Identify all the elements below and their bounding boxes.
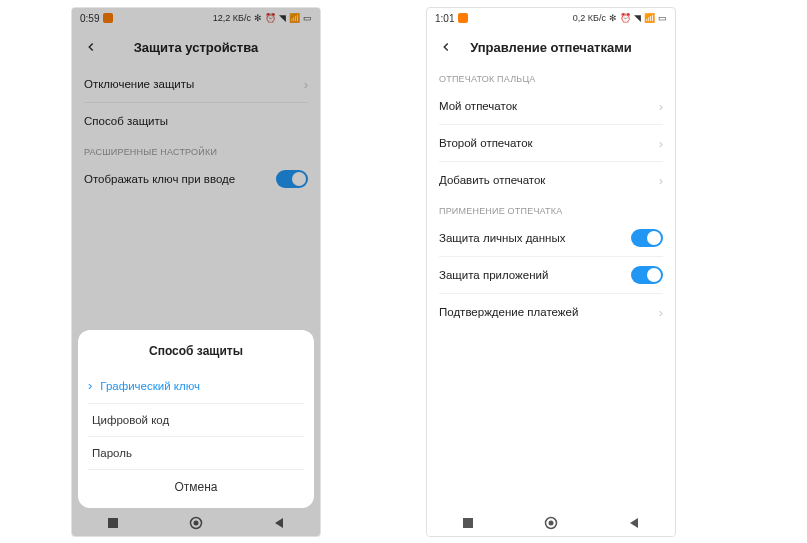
svg-marker-7 (630, 518, 638, 528)
nav-back[interactable] (271, 515, 287, 531)
svg-rect-0 (108, 518, 118, 528)
bluetooth-icon: ✻ (254, 13, 262, 23)
phone-right: 1:01 0,2 КБ/с ✻ ⏰ ◥ 📶 ▭ Управление отпеч… (426, 7, 676, 537)
battery-icon: ▭ (658, 13, 667, 23)
svg-point-2 (193, 521, 198, 526)
nav-home[interactable] (188, 515, 204, 531)
bluetooth-icon: ✻ (609, 13, 617, 23)
row-fp-1[interactable]: Мой отпечаток › (427, 88, 675, 124)
header: Защита устройства (72, 28, 320, 66)
chevron-right-icon: › (659, 173, 663, 188)
row-label: Добавить отпечаток (439, 174, 545, 186)
row-label: Отображать ключ при вводе (84, 173, 235, 185)
option-label: Графический ключ (100, 380, 200, 392)
toggle-apps[interactable] (631, 266, 663, 284)
wifi-icon: ◥ (279, 13, 286, 23)
page-title: Управление отпечатками (455, 40, 647, 55)
status-time: 0:59 (80, 13, 99, 24)
chevron-right-icon: › (659, 305, 663, 320)
section-advanced: РАСШИРЕННЫЕ НАСТРОЙКИ (72, 139, 320, 161)
svg-rect-4 (463, 518, 473, 528)
row-privacy: Защита личных данных (427, 220, 675, 256)
row-label: Отключение защиты (84, 78, 194, 90)
notification-icon (103, 13, 113, 23)
row-fp-2[interactable]: Второй отпечаток › (427, 125, 675, 161)
bottomsheet-method: Способ защиты Графический ключ Цифровой … (78, 330, 314, 508)
option-pattern[interactable]: Графический ключ (78, 368, 314, 403)
nav-back[interactable] (626, 515, 642, 531)
row-label: Подтверждение платежей (439, 306, 578, 318)
row-payments[interactable]: Подтверждение платежей › (427, 294, 675, 330)
row-disable-protection[interactable]: Отключение защиты › (72, 66, 320, 102)
nav-recent[interactable] (105, 515, 121, 531)
alarm-icon: ⏰ (265, 13, 276, 23)
status-net: 12,2 КБ/с (213, 13, 251, 23)
svg-point-6 (548, 521, 553, 526)
status-time: 1:01 (435, 13, 454, 24)
nav-bar (427, 510, 675, 536)
nav-home[interactable] (543, 515, 559, 531)
row-label: Защита приложений (439, 269, 548, 281)
back-button[interactable] (82, 40, 100, 54)
phone-left: 0:59 12,2 КБ/с ✻ ⏰ ◥ 📶 ▭ Защита устройст… (71, 7, 321, 537)
option-pin[interactable]: Цифровой код (78, 404, 314, 436)
wifi-icon: ◥ (634, 13, 641, 23)
row-apps: Защита приложений (427, 257, 675, 293)
row-protection-method[interactable]: Способ защиты (72, 103, 320, 139)
row-label: Второй отпечаток (439, 137, 533, 149)
back-button[interactable] (437, 40, 455, 54)
notification-icon (458, 13, 468, 23)
row-label: Защита личных данных (439, 232, 565, 244)
chevron-right-icon: › (304, 77, 308, 92)
battery-icon: ▭ (303, 13, 312, 23)
nav-recent[interactable] (460, 515, 476, 531)
section-usage: ПРИМЕНЕНИЕ ОТПЕЧАТКА (427, 198, 675, 220)
toggle-show-key[interactable] (276, 170, 308, 188)
status-bar: 0:59 12,2 КБ/с ✻ ⏰ ◥ 📶 ▭ (72, 8, 320, 28)
row-show-key: Отображать ключ при вводе (72, 161, 320, 197)
row-label: Способ защиты (84, 115, 168, 127)
signal-icon: 📶 (644, 13, 655, 23)
row-fp-add[interactable]: Добавить отпечаток › (427, 162, 675, 198)
sheet-title: Способ защиты (78, 330, 314, 368)
sheet-cancel-button[interactable]: Отмена (78, 470, 314, 504)
header: Управление отпечатками (427, 28, 675, 66)
page-title: Защита устройства (100, 40, 292, 55)
toggle-privacy[interactable] (631, 229, 663, 247)
option-label: Пароль (92, 447, 132, 459)
status-net: 0,2 КБ/с (573, 13, 606, 23)
signal-icon: 📶 (289, 13, 300, 23)
option-label: Цифровой код (92, 414, 169, 426)
chevron-right-icon: › (659, 99, 663, 114)
option-password[interactable]: Пароль (78, 437, 314, 469)
alarm-icon: ⏰ (620, 13, 631, 23)
section-fingerprint: ОТПЕЧАТОК ПАЛЬЦА (427, 66, 675, 88)
nav-bar (72, 510, 320, 536)
chevron-right-icon: › (659, 136, 663, 151)
status-bar: 1:01 0,2 КБ/с ✻ ⏰ ◥ 📶 ▭ (427, 8, 675, 28)
svg-marker-3 (275, 518, 283, 528)
row-label: Мой отпечаток (439, 100, 517, 112)
